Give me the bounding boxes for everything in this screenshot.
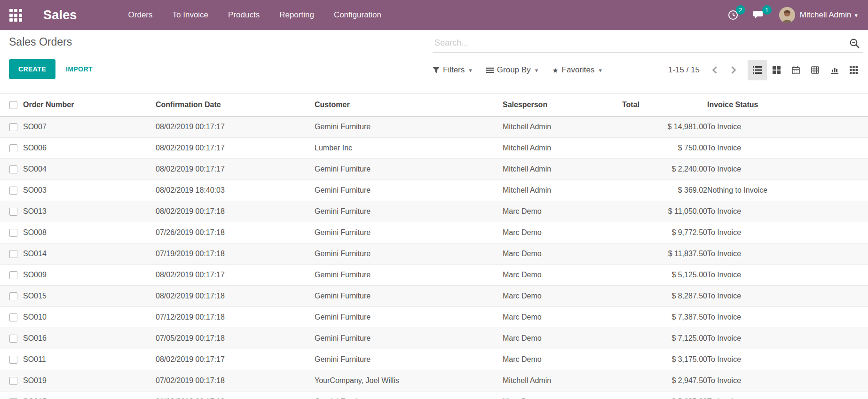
search-input[interactable] xyxy=(433,34,863,53)
salesperson-cell: Marc Demo xyxy=(503,222,622,243)
salesperson-cell: Marc Demo xyxy=(503,286,622,307)
apps-menu-icon[interactable] xyxy=(9,9,22,22)
customer-cell: Gemini Furniture xyxy=(315,201,503,222)
confirmation-date-cell: 08/02/2019 00:17:18 xyxy=(156,201,315,222)
invoice-status-cell: To Invoice xyxy=(707,265,868,286)
salesperson-cell: Mitchell Admin xyxy=(503,159,622,180)
table-row[interactable]: SO015 08/02/2019 00:17:18 Gemini Furnitu… xyxy=(0,286,868,307)
order-number-cell: SO019 xyxy=(23,370,156,391)
table-row[interactable]: SO017 01/02/2019 00:17:18 Gemini Furnitu… xyxy=(0,391,868,399)
row-checkbox[interactable] xyxy=(9,335,17,343)
row-checkbox[interactable] xyxy=(9,208,17,216)
table-row[interactable]: SO019 07/02/2019 00:17:18 YourCompany, J… xyxy=(0,370,868,391)
order-number-cell: SO016 xyxy=(23,328,156,349)
top-navbar: Sales Orders To Invoice Products Reporti… xyxy=(0,0,868,30)
graph-view-icon xyxy=(830,66,839,74)
row-checkbox[interactable] xyxy=(9,313,17,321)
salesperson-cell: Marc Demo xyxy=(503,349,622,370)
table-row[interactable]: SO014 07/19/2019 00:17:18 Gemini Furnitu… xyxy=(0,243,868,265)
calendar-view-button[interactable] xyxy=(786,60,805,80)
search-icon[interactable] xyxy=(849,38,860,49)
messages-badge: 1 xyxy=(762,5,772,15)
column-header-order-number[interactable]: Order Number xyxy=(23,94,156,117)
confirmation-date-cell: 08/02/2019 00:17:17 xyxy=(156,349,315,370)
salesperson-cell: Marc Demo xyxy=(503,307,622,328)
column-header-customer[interactable]: Customer xyxy=(315,94,503,117)
table-row[interactable]: SO006 08/02/2019 00:17:17 Lumber Inc Mit… xyxy=(0,138,868,159)
row-checkbox[interactable] xyxy=(9,229,17,237)
row-checkbox[interactable] xyxy=(9,377,17,385)
import-button[interactable]: IMPORT xyxy=(60,59,98,79)
total-cell: $ 5,625.00 xyxy=(622,391,707,399)
order-number-cell: SO010 xyxy=(23,307,156,328)
top-menu-item[interactable]: Reporting xyxy=(273,7,321,23)
invoice-status-cell: To Invoice xyxy=(707,138,868,159)
row-checkbox[interactable] xyxy=(9,165,17,173)
salesperson-cell: Marc Demo xyxy=(503,328,622,349)
confirmation-date-cell: 07/05/2019 00:17:18 xyxy=(156,328,315,349)
salesperson-cell: Mitchell Admin xyxy=(503,117,622,138)
top-menu-item[interactable]: Orders xyxy=(122,7,159,23)
graph-view-button[interactable] xyxy=(825,60,844,80)
star-icon: ★ xyxy=(552,67,558,74)
column-header-total[interactable]: Total xyxy=(622,94,707,117)
customer-cell: Gemini Furniture xyxy=(315,391,503,399)
table-row[interactable]: SO010 07/12/2019 00:17:18 Gemini Furnitu… xyxy=(0,307,868,328)
invoice-status-cell: To Invoice xyxy=(707,222,868,243)
list-view-button[interactable] xyxy=(748,60,767,80)
favorites-dropdown[interactable]: ★ Favorites ▾ xyxy=(552,65,602,75)
order-number-cell: SO004 xyxy=(23,159,156,180)
row-checkbox[interactable] xyxy=(9,356,17,364)
favorites-label: Favorites xyxy=(562,65,595,75)
group-by-caret-icon: ▾ xyxy=(535,67,538,74)
table-row[interactable]: SO003 08/02/2019 18:40:03 Gemini Furnitu… xyxy=(0,180,868,201)
table-row[interactable]: SO004 08/02/2019 00:17:17 Gemini Furnitu… xyxy=(0,159,868,180)
column-header-salesperson[interactable]: Salesperson xyxy=(503,94,622,117)
sales-orders-list: Order Number Confirmation Date Customer … xyxy=(0,93,868,399)
create-button[interactable]: CREATE xyxy=(9,59,55,79)
messages-button[interactable]: 1 xyxy=(753,9,765,21)
total-cell: $ 11,050.00 xyxy=(622,201,707,222)
column-header-confirmation-date[interactable]: Confirmation Date xyxy=(156,94,315,117)
row-checkbox[interactable] xyxy=(9,292,17,300)
top-menu-item[interactable]: Configuration xyxy=(327,7,388,23)
customer-cell: Gemini Furniture xyxy=(315,328,503,349)
order-number-cell: SO015 xyxy=(23,286,156,307)
customer-cell: Gemini Furniture xyxy=(315,265,503,286)
activities-button[interactable]: 2 xyxy=(727,9,739,21)
select-all-checkbox[interactable] xyxy=(9,101,17,109)
table-row[interactable]: SO016 07/05/2019 00:17:18 Gemini Furnitu… xyxy=(0,328,868,349)
app-title[interactable]: Sales xyxy=(43,8,77,23)
confirmation-date-cell: 08/02/2019 18:40:03 xyxy=(156,180,315,201)
table-row[interactable]: SO007 08/02/2019 00:17:17 Gemini Furnitu… xyxy=(0,117,868,138)
table-row[interactable]: SO013 08/02/2019 00:17:18 Gemini Furnitu… xyxy=(0,201,868,222)
kanban-view-button[interactable] xyxy=(767,60,786,80)
top-menu-item[interactable]: Products xyxy=(221,7,266,23)
activities-badge: 2 xyxy=(736,5,745,15)
group-by-bars-icon xyxy=(486,67,494,73)
table-row[interactable]: SO011 08/02/2019 00:17:17 Gemini Furnitu… xyxy=(0,349,868,370)
column-header-invoice-status[interactable]: Invoice Status xyxy=(707,94,868,117)
row-checkbox[interactable] xyxy=(9,271,17,279)
row-checkbox[interactable] xyxy=(9,144,17,152)
table-row[interactable]: SO009 08/02/2019 00:17:17 Gemini Furnitu… xyxy=(0,265,868,286)
row-checkbox[interactable] xyxy=(9,123,17,131)
table-row[interactable]: SO008 07/26/2019 00:17:18 Gemini Furnitu… xyxy=(0,222,868,243)
pivot-view-button[interactable] xyxy=(805,60,825,80)
pivot-view-icon xyxy=(811,66,819,74)
user-avatar[interactable] xyxy=(779,7,795,23)
filters-dropdown[interactable]: Filters ▾ xyxy=(433,65,472,75)
search-bar xyxy=(433,34,863,53)
top-menu-item[interactable]: To Invoice xyxy=(166,7,215,23)
salesperson-cell: Mitchell Admin xyxy=(503,138,622,159)
invoice-status-cell: Nothing to Invoice xyxy=(707,180,868,201)
total-cell: $ 14,981.00 xyxy=(622,117,707,138)
pager-next-button[interactable] xyxy=(730,66,737,74)
order-number-cell: SO013 xyxy=(23,201,156,222)
activity-view-button[interactable] xyxy=(844,60,863,80)
group-by-dropdown[interactable]: Group By ▾ xyxy=(486,65,538,75)
pager-previous-button[interactable] xyxy=(711,66,718,74)
user-menu[interactable]: Mitchell Admin▾ xyxy=(800,10,858,20)
row-checkbox[interactable] xyxy=(9,187,17,195)
row-checkbox[interactable] xyxy=(9,250,17,258)
